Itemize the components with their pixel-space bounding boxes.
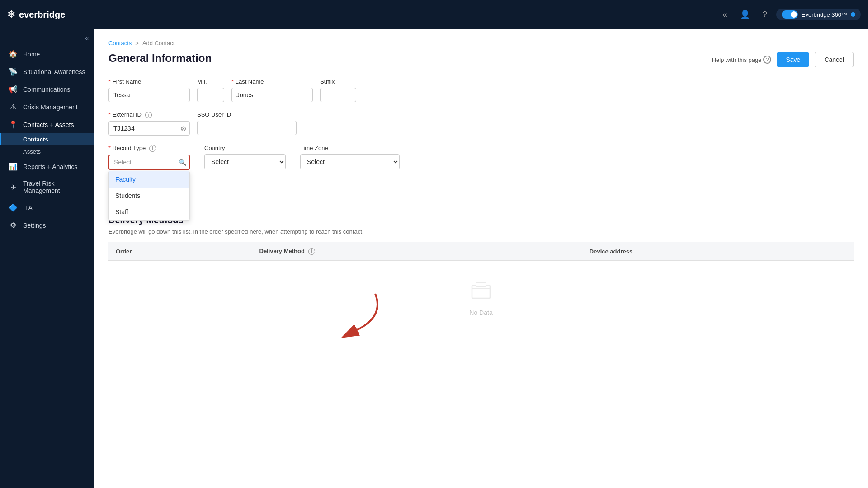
help-button[interactable]: ? xyxy=(759,8,771,21)
sidebar-collapse-button[interactable]: « xyxy=(85,34,89,42)
sso-label: SSO User ID xyxy=(197,111,297,118)
communications-icon: 📢 xyxy=(9,85,18,94)
toggle-360-label: Everbridge 360™ xyxy=(802,11,847,18)
user-profile-button[interactable]: 👤 xyxy=(736,8,754,21)
record-type-dropdown[interactable]: Select 🔍 xyxy=(108,155,190,170)
sidebar-item-label-communications: Communications xyxy=(23,86,70,93)
sidebar-item-home[interactable]: 🏠 Home xyxy=(0,45,94,63)
settings-icon: ⚙ xyxy=(9,221,18,230)
logo-icon: ❄ xyxy=(7,9,15,20)
record-type-placeholder: Select xyxy=(114,159,132,166)
breadcrumb-separator: > xyxy=(135,40,139,47)
delivery-col-method: Delivery Method i xyxy=(252,242,582,261)
sso-group: SSO User ID xyxy=(197,111,297,135)
country-select[interactable]: Select xyxy=(204,154,286,169)
external-id-info-icon: i xyxy=(145,112,152,118)
external-id-input-wrapper: ⊗ xyxy=(108,121,190,136)
first-name-label: * First Name xyxy=(108,78,190,85)
sidebar-item-situational-awareness[interactable]: 📡 Situational Awareness xyxy=(0,63,94,80)
timezone-select[interactable]: Select xyxy=(300,154,400,169)
sidebar-item-label-travel: Travel Risk Management xyxy=(23,180,87,194)
delivery-header-row: Order Delivery Method i Device address xyxy=(108,242,854,261)
sidebar-item-reports-analytics[interactable]: 📊 Reports + Analytics xyxy=(0,158,94,175)
sidebar-item-label-crisis: Crisis Management xyxy=(23,103,78,111)
app-body: « 🏠 Home 📡 Situational Awareness 📢 Commu… xyxy=(0,29,868,488)
first-name-input[interactable] xyxy=(108,88,190,102)
help-link[interactable]: Help with this page ? xyxy=(712,56,772,64)
dropdown-item-students[interactable]: Students xyxy=(109,188,189,204)
logo-area: ❄ everbridge xyxy=(7,9,65,20)
sidebar-item-ita[interactable]: 🔷 ITA xyxy=(0,199,94,216)
mi-input[interactable] xyxy=(197,88,224,102)
sidebar-item-label-home: Home xyxy=(23,51,40,58)
sidebar-item-label-contacts-assets: Contacts + Assets xyxy=(23,121,74,128)
record-type-info-icon: i xyxy=(149,145,156,152)
delivery-method-info-icon: i xyxy=(308,248,315,255)
delivery-col-device: Device address xyxy=(582,242,854,261)
delivery-table-header: Order Delivery Method i Device address xyxy=(108,242,854,261)
situational-awareness-icon: 📡 xyxy=(9,67,18,76)
sidebar-item-label-reports: Reports + Analytics xyxy=(23,163,77,170)
page-title: General Information xyxy=(108,52,212,65)
breadcrumb-parent[interactable]: Contacts xyxy=(108,40,132,47)
sidebar-item-label-assets: Assets xyxy=(23,148,41,155)
timezone-label: Time Zone xyxy=(300,145,400,151)
sidebar-item-communications[interactable]: 📢 Communications xyxy=(0,80,94,98)
sso-input[interactable] xyxy=(197,121,297,135)
type-row: * Record Type i Select 🔍 Faculty Student… xyxy=(108,145,854,170)
sidebar-item-assets[interactable]: Assets xyxy=(0,145,94,158)
name-row: * First Name M.I. * Last Name xyxy=(108,78,854,102)
country-group: Country Select xyxy=(204,145,286,169)
main-content: Contacts > Add Contact General Informati… xyxy=(94,29,868,488)
svg-rect-1 xyxy=(472,286,490,298)
cancel-button[interactable]: Cancel xyxy=(815,52,854,67)
sidebar-item-travel-risk[interactable]: ✈ Travel Risk Management xyxy=(0,175,94,199)
last-name-group: * Last Name xyxy=(231,78,313,102)
no-data-container: No Data xyxy=(108,261,854,334)
save-button[interactable]: Save xyxy=(777,52,809,67)
record-type-dropdown-wrapper: Select 🔍 Faculty Students Staff xyxy=(108,155,190,170)
record-type-menu: Faculty Students Staff xyxy=(108,171,190,221)
sidebar-item-contacts[interactable]: Contacts xyxy=(0,133,94,145)
sidebar-item-settings[interactable]: ⚙ Settings xyxy=(0,216,94,234)
suffix-group: Suffix xyxy=(320,78,356,102)
first-name-group: * First Name xyxy=(108,78,190,102)
delivery-col-order: Order xyxy=(108,242,252,261)
sidebar-item-label-settings: Settings xyxy=(23,222,46,229)
delivery-title: Delivery Methods xyxy=(108,215,854,225)
record-type-group: * Record Type i Select 🔍 Faculty Student… xyxy=(108,145,190,170)
breadcrumb: Contacts > Add Contact xyxy=(108,40,854,47)
suffix-label: Suffix xyxy=(320,78,356,85)
external-id-input[interactable] xyxy=(108,121,190,136)
country-label: Country xyxy=(204,145,286,151)
crisis-icon: ⚠ xyxy=(9,103,18,111)
no-data-icon xyxy=(470,279,492,305)
topbar-right: « 👤 ? Everbridge 360™ xyxy=(719,8,861,21)
delivery-description: Everbridge will go down this list, in th… xyxy=(108,228,854,235)
ita-icon: 🔷 xyxy=(9,203,18,212)
blue-dot-icon xyxy=(851,12,855,17)
delivery-table: Order Delivery Method i Device address xyxy=(108,242,854,261)
breadcrumb-current: Add Contact xyxy=(142,40,175,47)
collapse-nav-button[interactable]: « xyxy=(719,8,731,21)
sidebar-item-contacts-assets[interactable]: 📍 Contacts + Assets xyxy=(0,116,94,133)
sidebar: « 🏠 Home 📡 Situational Awareness 📢 Commu… xyxy=(0,29,94,488)
dropdown-item-staff[interactable]: Staff xyxy=(109,204,189,220)
svg-rect-2 xyxy=(476,282,486,287)
groups-section: No groups found xyxy=(108,179,854,189)
toggle-360-area[interactable]: Everbridge 360™ xyxy=(776,9,861,20)
reports-icon: 📊 xyxy=(9,162,18,171)
external-id-clear-button[interactable]: ⊗ xyxy=(180,124,186,133)
section-divider xyxy=(108,202,854,202)
suffix-input[interactable] xyxy=(320,88,356,102)
toggle-360-switch[interactable] xyxy=(782,10,798,19)
sidebar-item-crisis-management[interactable]: ⚠ Crisis Management xyxy=(0,98,94,116)
logo-text: everbridge xyxy=(19,9,65,20)
last-name-input[interactable] xyxy=(231,88,313,102)
no-data-text: No Data xyxy=(469,309,492,316)
delivery-methods-section: Delivery Methods Everbridge will go down… xyxy=(108,215,854,334)
id-row: * External ID i ⊗ SSO User ID xyxy=(108,111,854,136)
help-link-text: Help with this page xyxy=(712,56,762,63)
home-icon: 🏠 xyxy=(9,50,18,58)
dropdown-item-faculty[interactable]: Faculty xyxy=(109,171,189,188)
